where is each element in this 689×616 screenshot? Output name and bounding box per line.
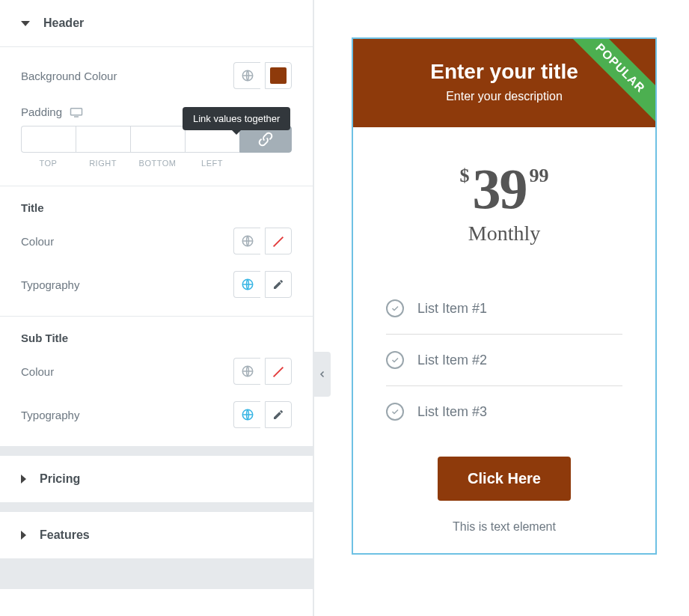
canvas-preview: POPULAR Enter your title Enter your desc… — [314, 0, 689, 616]
subtitle-heading: Sub Title — [21, 332, 292, 344]
no-colour-icon — [270, 233, 287, 249]
check-circle-icon — [386, 351, 404, 369]
caret-right-icon — [21, 531, 26, 540]
subtitle-group: Sub Title Colour Typography — [0, 317, 313, 447]
section-toggle-features[interactable]: Features — [0, 512, 313, 559]
title-group: Title Colour Typography — [0, 186, 313, 317]
globe-icon — [241, 69, 254, 82]
feature-list: List Item #1 List Item #2 List Item #3 — [353, 260, 655, 445]
feature-item: List Item #1 — [386, 283, 622, 335]
price-period: Monthly — [368, 222, 640, 246]
title-colour-swatch[interactable] — [265, 228, 292, 254]
title-heading: Title — [21, 201, 292, 214]
price-amount: 39 — [473, 160, 527, 217]
section-body-header: Background Colour Padding — [0, 47, 313, 186]
subtitle-colour-swatch[interactable] — [265, 358, 292, 385]
link-values-tooltip: Link values together — [183, 107, 290, 130]
check-circle-icon — [386, 403, 404, 421]
svg-rect-1 — [71, 108, 82, 115]
style-sidebar: Header Background Colour Padding — [0, 0, 314, 616]
chevron-left-icon — [318, 369, 327, 379]
subtitle-typography-edit[interactable] — [265, 401, 292, 428]
currency-symbol: $ — [460, 165, 470, 187]
globe-button-sub-colour[interactable] — [233, 358, 260, 385]
padding-label: Padding — [21, 106, 62, 118]
cta-label: Click Here — [468, 470, 541, 487]
panel-collapse-handle[interactable] — [314, 352, 331, 397]
no-colour-icon — [270, 363, 287, 379]
section-title: Pricing — [40, 472, 80, 486]
card-description: Enter your description — [365, 90, 643, 103]
title-colour-label: Colour — [21, 235, 54, 248]
section-toggle-header[interactable]: Header — [0, 0, 313, 47]
bg-colour-label: Background Colour — [21, 70, 117, 82]
globe-button-title-colour[interactable] — [233, 228, 260, 254]
feature-text: List Item #2 — [417, 353, 487, 368]
pad-label-bottom: BOTTOM — [130, 159, 185, 168]
caret-down-icon — [21, 21, 30, 26]
pencil-icon — [272, 278, 284, 290]
price-block: $ 39 99 Monthly — [353, 127, 655, 260]
feature-text: List Item #3 — [417, 404, 487, 420]
globe-icon — [241, 365, 254, 378]
section-title: Features — [40, 528, 90, 542]
title-typography-label: Typography — [21, 278, 79, 291]
subtitle-typography-label: Typography — [21, 409, 79, 421]
card-footer-text: This is text element — [353, 507, 655, 553]
padding-bottom-input[interactable] — [130, 126, 185, 153]
pencil-icon — [272, 409, 284, 421]
feature-text: List Item #1 — [417, 301, 487, 317]
pricing-card[interactable]: POPULAR Enter your title Enter your desc… — [352, 37, 657, 555]
globe-icon — [241, 408, 254, 421]
device-icon[interactable] — [70, 107, 83, 118]
caret-right-icon — [21, 475, 26, 484]
globe-icon — [241, 234, 254, 248]
padding-top-input[interactable] — [21, 126, 76, 153]
feature-item: List Item #3 — [386, 386, 622, 437]
bg-colour-swatch[interactable] — [265, 62, 292, 89]
colour-swatch-icon — [270, 67, 287, 84]
section-title: Header — [43, 16, 84, 30]
card-header: POPULAR Enter your title Enter your desc… — [353, 39, 655, 127]
globe-button-sub-typo[interactable] — [233, 401, 260, 428]
tooltip-text: Link values together — [193, 113, 280, 124]
pad-label-left: LEFT — [185, 159, 239, 168]
pad-label-right: RIGHT — [76, 159, 130, 168]
padding-right-input[interactable] — [76, 126, 130, 153]
globe-icon — [241, 278, 254, 291]
pad-label-top: TOP — [21, 159, 76, 168]
feature-item: List Item #2 — [386, 335, 622, 386]
title-typography-edit[interactable] — [265, 271, 292, 298]
globe-button-bg[interactable] — [233, 62, 260, 89]
link-icon — [258, 132, 273, 147]
price-cents: 99 — [530, 165, 549, 187]
subtitle-colour-label: Colour — [21, 365, 54, 378]
check-circle-icon — [386, 299, 404, 317]
cta-button[interactable]: Click Here — [438, 457, 571, 501]
section-toggle-pricing[interactable]: Pricing — [0, 456, 313, 503]
globe-button-title-typo[interactable] — [233, 271, 260, 298]
